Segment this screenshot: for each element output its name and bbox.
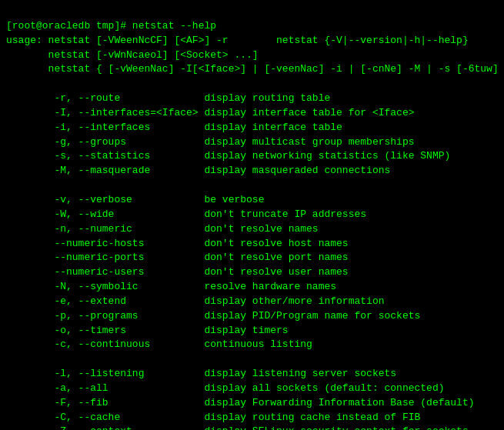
terminal-line: -i, --interfaces display interface table <box>6 121 498 135</box>
terminal-line <box>6 178 498 193</box>
terminal-line: -p, --programs display PID/Program name … <box>6 309 498 324</box>
terminal-line: -e, --extend display other/more informat… <box>6 295 498 309</box>
terminal-line: -r, --route display routing table <box>6 92 498 106</box>
terminal-line: -N, --symbolic resolve hardware names <box>6 280 498 295</box>
terminal-line: --numeric-ports don't resolve port names <box>6 251 498 265</box>
terminal-line: --numeric-hosts don't resolve host names <box>6 237 498 252</box>
terminal-line: -l, --listening display listening server… <box>6 367 498 382</box>
terminal-line: -a, --all display all sockets (default: … <box>6 382 498 396</box>
terminal-line: netstat [-vWnNcaeol] [<Socket> ...] <box>6 48 498 63</box>
terminal-line: -g, --groups display multicast group mem… <box>6 135 498 150</box>
terminal-output: [root@oracledb tmp]# netstat --helpusage… <box>6 5 498 430</box>
terminal-line: -M, --masquerade display masqueraded con… <box>6 164 498 178</box>
terminal-line: -W, --wide don't truncate IP addresses <box>6 208 498 222</box>
terminal-line: usage: netstat [-VWeenNcCF] [<AF>] -r ne… <box>6 34 498 48</box>
terminal-line <box>6 77 498 92</box>
terminal-line: -o, --timers display timers <box>6 324 498 338</box>
terminal-line: -Z, --context display SELinux security c… <box>6 425 498 430</box>
terminal-line: -F, --fib display Forwarding Information… <box>6 396 498 411</box>
terminal-line <box>6 352 498 367</box>
terminal-line: --numeric-users don't resolve user names <box>6 265 498 280</box>
terminal-line: -I, --interfaces=<Iface> display interfa… <box>6 106 498 121</box>
terminal-line: -n, --numeric don't resolve names <box>6 222 498 237</box>
terminal-line: -C, --cache display routing cache instea… <box>6 411 498 425</box>
terminal-line: [root@oracledb tmp]# netstat --help <box>6 19 498 34</box>
terminal-line: -v, --verbose be verbose <box>6 193 498 208</box>
terminal-line: netstat { [-vWeenNac] -I[<Iface>] | [-ve… <box>6 62 498 77</box>
terminal-line: -c, --continuous continuous listing <box>6 338 498 352</box>
terminal-line: -s, --statistics display networking stat… <box>6 149 498 164</box>
